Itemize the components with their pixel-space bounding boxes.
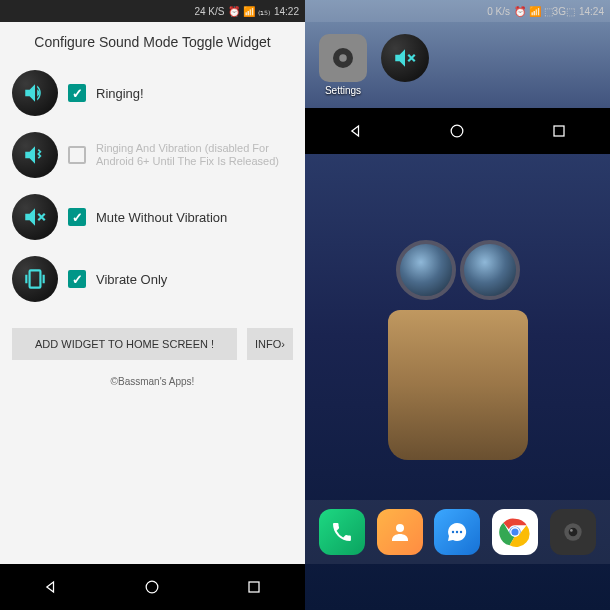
nav-bar bbox=[0, 564, 305, 610]
clock: 14:24 bbox=[579, 6, 604, 17]
option-ringing[interactable]: Ringing! bbox=[0, 62, 305, 124]
svg-point-4 bbox=[339, 54, 347, 62]
wallpaper-robot bbox=[348, 240, 568, 520]
svg-rect-16 bbox=[554, 126, 564, 136]
vibrate-icon bbox=[12, 256, 58, 302]
info-button[interactable]: INFO› bbox=[247, 328, 293, 360]
option-label: Ringing! bbox=[96, 86, 144, 101]
nav-bar bbox=[305, 108, 610, 154]
status-bar: 24 K/S ⏰ 📶 ₍₁₅₎ 14:22 bbox=[0, 0, 305, 22]
svg-point-6 bbox=[452, 531, 454, 533]
credit-label: ©Bassman's Apps! bbox=[0, 372, 305, 391]
recent-icon[interactable] bbox=[549, 121, 569, 141]
svg-point-5 bbox=[396, 524, 404, 532]
option-mute[interactable]: Mute Without Vibration bbox=[0, 186, 305, 248]
status-icons: ⏰ 📶 ⬚3G⬚ bbox=[514, 6, 575, 17]
svg-point-1 bbox=[147, 581, 159, 593]
speaker-icon bbox=[12, 70, 58, 116]
option-vibrate[interactable]: Vibrate Only bbox=[0, 248, 305, 310]
back-icon[interactable] bbox=[41, 577, 61, 597]
svg-point-15 bbox=[452, 125, 464, 137]
svg-point-8 bbox=[460, 531, 462, 533]
svg-rect-2 bbox=[249, 582, 259, 592]
app-label: Settings bbox=[319, 85, 367, 96]
settings-app[interactable]: Settings bbox=[319, 34, 367, 96]
chrome-app[interactable] bbox=[492, 509, 538, 555]
net-speed: 0 K/s bbox=[487, 6, 510, 17]
status-icons: ⏰ 📶 ₍₁₅₎ bbox=[228, 6, 270, 17]
option-ring-vibrate: Ringing And Vibration (disabled For Andr… bbox=[0, 124, 305, 186]
config-screen: 24 K/S ⏰ 📶 ₍₁₅₎ 14:22 Configure Sound Mo… bbox=[0, 0, 305, 610]
dock bbox=[305, 500, 610, 564]
status-bar: 0 K/s ⏰ 📶 ⬚3G⬚ 14:24 bbox=[305, 0, 610, 22]
option-label: Mute Without Vibration bbox=[96, 210, 227, 225]
svg-point-11 bbox=[511, 528, 520, 537]
checkbox[interactable] bbox=[68, 208, 86, 226]
home-icon[interactable] bbox=[447, 121, 467, 141]
option-label: Ringing And Vibration (disabled For Andr… bbox=[96, 142, 293, 168]
svg-rect-0 bbox=[30, 270, 41, 287]
checkbox[interactable] bbox=[68, 84, 86, 102]
camera-app[interactable] bbox=[550, 509, 596, 555]
speaker-mute-icon bbox=[12, 194, 58, 240]
add-widget-button[interactable]: ADD WIDGET TO HOME SCREEN ! bbox=[12, 328, 237, 360]
home-icon[interactable] bbox=[142, 577, 162, 597]
page-title: Configure Sound Mode Toggle Widget bbox=[0, 22, 305, 62]
svg-point-14 bbox=[570, 529, 573, 532]
clock: 14:22 bbox=[274, 6, 299, 17]
sound-toggle-widget[interactable] bbox=[381, 34, 429, 96]
checkbox[interactable] bbox=[68, 270, 86, 288]
messages-app[interactable] bbox=[434, 509, 480, 555]
option-label: Vibrate Only bbox=[96, 272, 167, 287]
dialer-app[interactable] bbox=[319, 509, 365, 555]
button-row: ADD WIDGET TO HOME SCREEN ! INFO› bbox=[0, 316, 305, 372]
contacts-app[interactable] bbox=[377, 509, 423, 555]
svg-point-7 bbox=[456, 531, 458, 533]
home-screen[interactable]: 0 K/s ⏰ 📶 ⬚3G⬚ 14:24 Settings bbox=[305, 0, 610, 610]
back-icon[interactable] bbox=[346, 121, 366, 141]
widget-row: Settings bbox=[305, 22, 610, 108]
checkbox bbox=[68, 146, 86, 164]
speaker-vibrate-icon bbox=[12, 132, 58, 178]
recent-icon[interactable] bbox=[244, 577, 264, 597]
net-speed: 24 K/S bbox=[194, 6, 224, 17]
svg-point-13 bbox=[569, 528, 578, 537]
